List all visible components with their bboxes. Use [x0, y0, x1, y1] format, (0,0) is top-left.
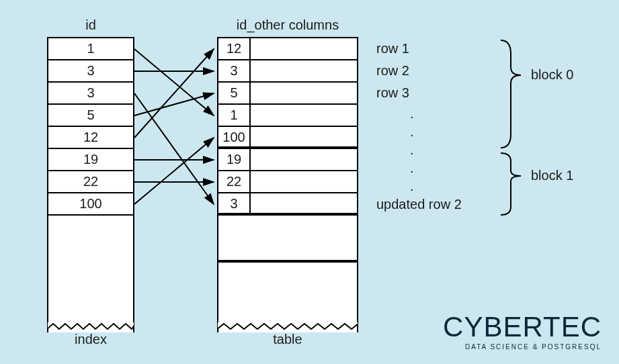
- svg-line-3: [134, 93, 214, 116]
- index-header: id: [47, 17, 134, 33]
- index-column: 1 3 3 5 12 19 22 100: [47, 37, 134, 332]
- index-footer: index: [47, 332, 134, 347]
- table-row: 5: [218, 83, 357, 105]
- row-label-dot: .: [410, 179, 414, 194]
- index-cell: 19: [48, 149, 133, 171]
- svg-line-4: [134, 49, 214, 138]
- index-cell: 3: [48, 60, 133, 83]
- row-label: row 1: [376, 41, 409, 56]
- table-blank: [218, 216, 357, 263]
- torn-edge-table: [217, 322, 358, 332]
- index-cell: 12: [48, 127, 133, 149]
- svg-line-0: [134, 49, 214, 116]
- table-column: 12 3 5 1 100 19 22 3: [217, 37, 358, 332]
- row-label-dot: .: [410, 142, 414, 158]
- svg-line-7: [134, 138, 214, 204]
- svg-line-2: [134, 93, 214, 204]
- logo-tagline: DATA SCIENCE & POSTGRESQL: [443, 343, 602, 351]
- index-cell: 1: [48, 38, 133, 60]
- torn-edge-index: [47, 322, 134, 332]
- block-label: block 0: [531, 67, 573, 83]
- table-row: 3: [218, 193, 357, 216]
- table-row: 22: [218, 171, 357, 193]
- table-row: 12: [218, 38, 357, 60]
- row-label: row 2: [376, 63, 409, 79]
- table-row: 3: [218, 60, 357, 83]
- index-cell: 5: [48, 105, 133, 127]
- table-header: id_other columns: [217, 17, 358, 33]
- index-cell: 22: [48, 171, 133, 193]
- block-label: block 1: [531, 168, 573, 183]
- logo-name: CYBERTEC: [443, 311, 602, 343]
- index-cell: 100: [48, 193, 133, 216]
- row-label-dot: .: [410, 124, 414, 140]
- row-label-dot: .: [410, 106, 414, 122]
- row-label: updated row 2: [376, 197, 462, 212]
- row-label: row 3: [376, 85, 409, 101]
- row-label-dot: .: [410, 161, 414, 176]
- cybertec-logo: CYBERTEC DATA SCIENCE & POSTGRESQL: [443, 311, 602, 351]
- index-cell: 3: [48, 83, 133, 105]
- table-footer: table: [217, 332, 358, 347]
- table-row: 100: [218, 127, 357, 149]
- table-row: 19: [218, 149, 357, 171]
- table-row: 1: [218, 105, 357, 127]
